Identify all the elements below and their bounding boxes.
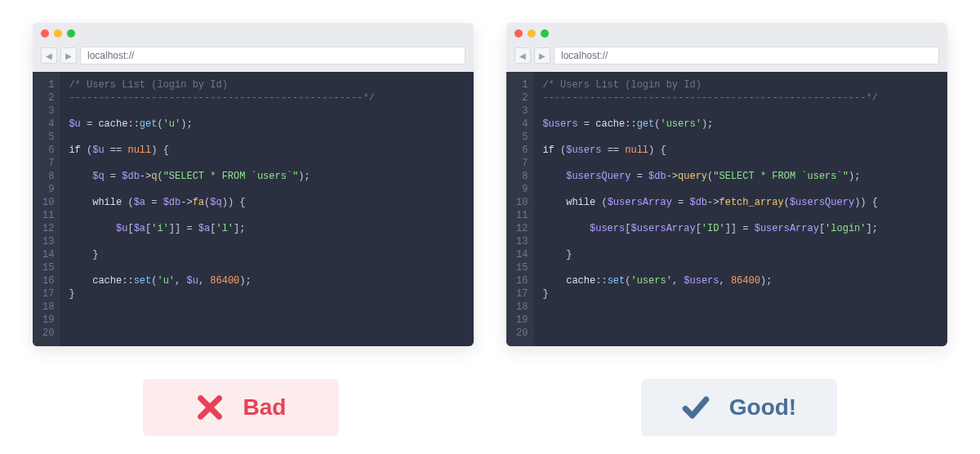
traffic-light-max-icon[interactable]: [541, 29, 549, 38]
back-button[interactable]: ◀: [41, 47, 57, 64]
window-titlebar: [33, 23, 474, 44]
back-button[interactable]: ◀: [514, 47, 531, 64]
code-content: /* Users List (login by Id)-------------…: [534, 72, 886, 346]
url-bar[interactable]: localhost://: [554, 47, 939, 65]
line-number-gutter: 1234567891011121314151617181920: [33, 72, 60, 346]
panels-row: ◀ ▶ localhost:// 12345678910111213141516…: [33, 23, 947, 346]
line-number-gutter: 1234567891011121314151617181920: [506, 72, 534, 346]
traffic-light-max-icon[interactable]: [67, 29, 75, 38]
code-editor: 1234567891011121314151617181920 /* Users…: [33, 72, 474, 346]
traffic-light-close-icon[interactable]: [514, 29, 523, 38]
url-bar[interactable]: localhost://: [80, 47, 466, 65]
bad-badge-label: Bad: [243, 394, 287, 421]
code-content: /* Users List (login by Id)-------------…: [60, 72, 382, 346]
window-titlebar: [506, 23, 947, 44]
cross-icon: [196, 394, 224, 421]
good-badge-label: Good!: [729, 394, 796, 421]
forward-button[interactable]: ▶: [60, 47, 77, 64]
forward-button[interactable]: ▶: [534, 47, 550, 64]
code-editor: 1234567891011121314151617181920 /* Users…: [506, 72, 947, 346]
browser-toolbar: ◀ ▶ localhost://: [33, 44, 474, 72]
traffic-light-close-icon[interactable]: [41, 29, 49, 38]
panel-good: ◀ ▶ localhost:// 12345678910111213141516…: [506, 23, 947, 346]
badges-row: Bad Good!: [143, 379, 837, 436]
traffic-light-min-icon[interactable]: [54, 29, 62, 38]
good-badge: Good!: [641, 379, 837, 436]
panel-bad: ◀ ▶ localhost:// 12345678910111213141516…: [33, 23, 474, 346]
browser-toolbar: ◀ ▶ localhost://: [506, 44, 947, 72]
check-icon: [682, 394, 710, 421]
bad-badge: Bad: [143, 379, 339, 436]
traffic-light-min-icon[interactable]: [528, 29, 536, 38]
